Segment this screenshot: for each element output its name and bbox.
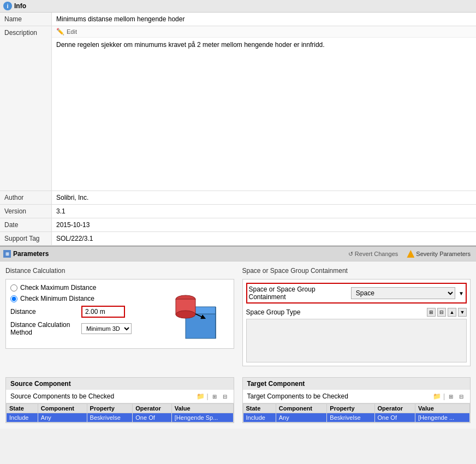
description-row: Description ✏️ Edit Denne regelen sjekke…	[0, 26, 476, 191]
target-component-subheader: Target Components to be Checked 📁 | ⊞ ⊟	[243, 390, 471, 403]
target-col-value: Value	[415, 404, 470, 413]
target-component-header: Target Component	[243, 378, 471, 390]
grid-icon-2[interactable]: ⊟	[437, 308, 446, 317]
warning-icon	[407, 250, 414, 258]
target-folder-icon[interactable]: 📁	[433, 392, 442, 401]
source-grid-icon[interactable]: ⊞	[210, 392, 219, 401]
target-operator-cell: One Of	[374, 413, 415, 423]
author-value: Solibri, Inc.	[52, 191, 476, 204]
svg-point-5	[176, 311, 195, 318]
calc-method-select[interactable]: Minimum 3D	[81, 323, 132, 334]
space-group-label-row: Space Group Type ⊞ ⊟ ▲ ▼	[246, 308, 467, 317]
target-grid-icon[interactable]: ⊞	[447, 392, 455, 401]
target-component-table: State Component Property Operator Value …	[243, 403, 471, 423]
info-icon: i	[3, 2, 12, 10]
main-container: i Info Name Minimums distanse mellom hen…	[0, 0, 476, 429]
source-table-row[interactable]: Include Any Beskrivelse One Of [Hengende…	[7, 413, 234, 423]
grid-icon-1[interactable]: ⊞	[427, 308, 436, 317]
name-value: Minimums distanse mellom hengende hoder	[52, 13, 476, 26]
distance-calc-title: Distance Calculation	[5, 267, 234, 275]
info-title: Info	[14, 2, 26, 10]
target-table-icon[interactable]: ⊟	[457, 392, 466, 401]
distance-options: Check Maximum Distance Check Minimum Dis…	[10, 284, 153, 344]
revert-changes-button[interactable]: ↺ Revert Changes	[346, 249, 401, 259]
edit-label[interactable]: Edit	[67, 28, 77, 35]
source-col-value: Value	[171, 404, 233, 413]
source-property-cell: Beskrivelse	[87, 413, 133, 423]
source-table-icon[interactable]: ⊟	[221, 392, 229, 401]
check-max-radio[interactable]	[10, 284, 17, 292]
target-property-cell: Beskrivelse	[327, 413, 374, 423]
source-component-section: Source Component Source Components to be…	[5, 377, 234, 423]
source-col-operator: Operator	[133, 404, 172, 413]
up-icon[interactable]: ▲	[448, 308, 456, 317]
revert-label: Revert Changes	[355, 251, 398, 257]
check-max-row: Check Maximum Distance	[10, 284, 153, 292]
space-containment-group: Space or Space Group Containment Space ▼…	[242, 279, 471, 366]
revert-icon: ↺	[348, 251, 353, 258]
target-state-cell: Include	[243, 413, 276, 423]
params-header-right: ↺ Revert Changes Severity Parameters	[346, 249, 473, 259]
target-col-property: Property	[327, 404, 374, 413]
bottom-panels: Source Component Source Components to be…	[0, 372, 476, 429]
check-min-radio[interactable]	[10, 295, 17, 302]
distance-illustration	[158, 284, 229, 344]
severity-label: Severity Parameters	[416, 251, 471, 257]
check-min-row: Check Minimum Distance	[10, 295, 153, 302]
target-subheader-label: Target Components to be Checked	[247, 392, 348, 400]
distance-label: Distance	[10, 308, 81, 316]
name-row: Name Minimums distanse mellom hengende h…	[0, 13, 476, 26]
author-label: Author	[0, 191, 52, 204]
source-operator-cell: One Of	[133, 413, 172, 423]
space-containment-title: Space or Space Group Containment	[242, 267, 471, 275]
target-col-operator: Operator	[374, 404, 415, 413]
space-containment-select[interactable]: Space	[351, 287, 455, 299]
parameters-title: Parameters	[13, 250, 49, 258]
support-tag-label: Support Tag	[0, 232, 52, 245]
author-row: Author Solibri, Inc.	[0, 191, 476, 205]
space-group-type-label: Space Group Type	[246, 308, 301, 316]
params-icon: ⊞	[3, 250, 11, 258]
parameters-body: Distance Calculation Check Maximum Dista…	[0, 261, 476, 372]
description-label: Description	[0, 26, 52, 191]
info-header: i Info	[0, 0, 476, 13]
source-folder-icon[interactable]: 📁	[196, 392, 205, 401]
check-min-label: Check Minimum Distance	[20, 295, 94, 302]
left-panel: Distance Calculation Check Maximum Dista…	[5, 267, 234, 366]
source-component-subheader: Source Components to be Checked 📁 | ⊞ ⊟	[6, 390, 234, 403]
parameters-header: ⊞ Parameters ↺ Revert Changes Severity P…	[0, 246, 476, 261]
source-col-property: Property	[87, 404, 133, 413]
support-tag-row: Support Tag SOL/222/3.1	[0, 232, 476, 246]
right-panel: Space or Space Group Containment Space o…	[242, 267, 471, 366]
distance-input[interactable]	[81, 306, 125, 318]
space-group-area	[246, 319, 467, 362]
source-value-cell: [Hengende Sp...	[171, 413, 233, 423]
severity-parameters-button[interactable]: Severity Parameters	[404, 249, 473, 259]
down-icon[interactable]: ▼	[458, 308, 467, 317]
target-col-component: Component	[276, 404, 327, 413]
description-toolbar: ✏️ Edit	[52, 26, 476, 38]
target-component-cell: Any	[276, 413, 327, 423]
calc-method-label: Distance Calculation Method	[10, 321, 81, 336]
target-table-row[interactable]: Include Any Beskrivelse One Of [Hengende…	[243, 413, 470, 423]
space-group-icons: ⊞ ⊟ ▲ ▼	[427, 308, 467, 317]
description-area: ✏️ Edit Denne regelen sjekker om minumum…	[52, 26, 476, 191]
version-row: Version 3.1	[0, 205, 476, 218]
params-header-left: ⊞ Parameters	[3, 250, 49, 258]
source-component-header: Source Component	[6, 378, 234, 390]
source-subheader-label: Source Components to be Checked	[10, 392, 114, 400]
target-component-section: Target Component Target Components to be…	[242, 377, 471, 423]
name-label: Name	[0, 13, 52, 26]
target-table-header-row: State Component Property Operator Value	[243, 404, 470, 413]
target-col-state: State	[243, 404, 276, 413]
source-component-cell: Any	[38, 413, 87, 423]
source-component-icons: 📁 | ⊞ ⊟	[196, 392, 229, 401]
calc-method-row: Distance Calculation Method Minimum 3D	[10, 321, 153, 336]
source-table-header-row: State Component Property Operator Value	[7, 404, 234, 413]
distance-calc-group: Check Maximum Distance Check Minimum Dis…	[5, 279, 234, 349]
target-value-cell: [Hengende ...	[415, 413, 470, 423]
source-col-state: State	[7, 404, 38, 413]
source-col-component: Component	[38, 404, 87, 413]
source-component-table: State Component Property Operator Value …	[6, 403, 234, 423]
date-row: Date 2015-10-13	[0, 218, 476, 232]
